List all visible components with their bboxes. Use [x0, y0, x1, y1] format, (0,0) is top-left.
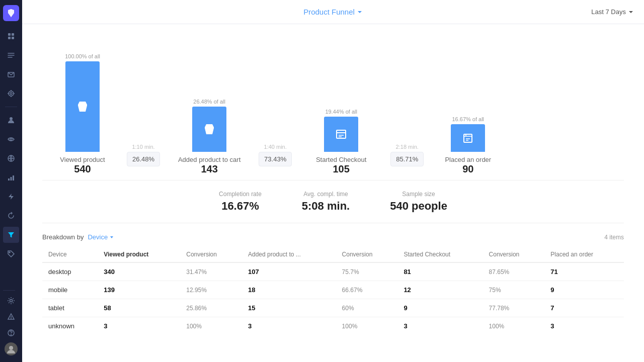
svg-rect-2 — [8, 37, 11, 39]
stat-sample-size: Sample size 540 people — [390, 191, 447, 213]
bar-container-order: 16.67% of all — [451, 116, 485, 152]
cell-added: 3 — [242, 317, 336, 335]
sidebar-icon-help[interactable] — [3, 325, 19, 341]
cell-viewed: 58 — [98, 299, 180, 317]
avg-time-label: Avg. compl. time — [302, 191, 350, 198]
sidebar — [0, 0, 22, 362]
cell-placed: 7 — [544, 299, 624, 317]
sidebar-icon-user-avatar[interactable] — [3, 341, 19, 357]
time-label-3: 2:18 min. — [396, 144, 419, 150]
checkout-pct-label: 19.44% of all — [325, 109, 357, 115]
cell-started: 12 — [397, 281, 482, 299]
cell-viewed: 139 — [98, 281, 180, 299]
sidebar-icon-person[interactable] — [3, 112, 19, 128]
sample-size-value: 540 people — [390, 200, 447, 213]
bar-container-checkout: 19.44% of all — [324, 109, 358, 152]
sample-size-label: Sample size — [390, 191, 447, 198]
cell-placed: 9 — [544, 281, 624, 299]
viewed-pct-label: 100.00% of all — [65, 53, 100, 59]
cell-conv3: 87.65% — [483, 262, 545, 281]
cell-added: 15 — [242, 299, 336, 317]
breakdown-table: Device Viewed product Conversion Added p… — [42, 247, 624, 335]
sidebar-icon-tag[interactable] — [3, 246, 19, 262]
order-pct-label: 16.67% of all — [452, 116, 484, 122]
svg-rect-10 — [8, 178, 10, 180]
svg-rect-12 — [13, 175, 14, 180]
svg-point-19 — [80, 108, 82, 110]
svg-point-20 — [83, 108, 85, 110]
sidebar-divider-2 — [3, 290, 15, 291]
cell-placed: 3 — [544, 317, 624, 335]
breakdown-filter: Breakdown by Device — [42, 233, 114, 241]
cell-conv1: 12.95% — [180, 281, 242, 299]
sidebar-icon-alert[interactable] — [3, 309, 19, 325]
page-title[interactable]: Product Funnel — [303, 8, 363, 16]
sidebar-icon-settings[interactable] — [3, 293, 19, 309]
stat-completion-rate: Completion rate 16.67% — [219, 191, 262, 213]
col-started: Started Checkout — [397, 247, 482, 262]
svg-rect-11 — [11, 177, 12, 180]
cell-conv1: 31.47% — [180, 262, 242, 281]
table-body: desktop 340 31.47% 107 75.7% 81 87.65% 7… — [42, 262, 624, 335]
avg-time-value: 5:08 min. — [302, 200, 350, 213]
table-header-row: Device Viewed product Conversion Added p… — [42, 247, 624, 262]
viewed-step-count: 540 — [74, 163, 91, 175]
col-conv2: Conversion — [336, 247, 398, 262]
header: Product Funnel Last 7 Days — [22, 0, 644, 24]
svg-point-21 — [207, 131, 209, 133]
date-range-label: Last 7 Days — [591, 8, 626, 16]
cell-device: tablet — [42, 299, 98, 317]
main-content: Product Funnel Last 7 Days 100.00% of al… — [22, 0, 644, 362]
sidebar-icon-globe[interactable] — [3, 150, 19, 166]
order-step-count: 90 — [462, 163, 473, 175]
sidebar-icon-home[interactable] — [3, 28, 19, 44]
sidebar-icon-funnel[interactable] — [3, 227, 19, 243]
conversion-badge-2: 1:40 min. 73.43% — [255, 135, 296, 175]
sidebar-icon-eye[interactable] — [3, 131, 19, 147]
funnel-step-viewed: 100.00% of all Viewed product 540 — [42, 53, 123, 175]
cell-conv2: 66.67% — [336, 281, 398, 299]
sidebar-icon-nav[interactable] — [3, 47, 19, 63]
cell-conv3: 75% — [483, 281, 545, 299]
svg-point-22 — [210, 131, 212, 133]
time-label-1: 1:10 min. — [132, 144, 154, 150]
svg-point-5 — [9, 91, 14, 96]
breakdown-header: Breakdown by Device 4 items — [42, 233, 624, 241]
sidebar-icon-chart[interactable] — [3, 169, 19, 186]
cell-started: 9 — [397, 299, 482, 317]
table-row: desktop 340 31.47% 107 75.7% 81 87.65% 7… — [42, 262, 624, 281]
svg-point-18 — [9, 346, 13, 350]
table-row: unknown 3 100% 3 100% 3 100% 3 — [42, 317, 624, 335]
pct-badge-3: 85.71% — [390, 152, 424, 166]
sidebar-icon-lightning[interactable] — [3, 189, 19, 205]
svg-rect-1 — [12, 33, 14, 36]
bar-container-viewed: 100.00% of all — [65, 53, 100, 152]
cell-device: desktop — [42, 262, 98, 281]
content-area: 100.00% of all Viewed product 540 1:10 m… — [22, 24, 644, 362]
col-device: Device — [42, 247, 98, 262]
pct-badge-1: 26.48% — [127, 152, 160, 166]
table-row: mobile 139 12.95% 18 66.67% 12 75% 9 — [42, 281, 624, 299]
bar-container-added: 26.48% of all — [192, 99, 226, 152]
sidebar-icon-mail[interactable] — [3, 66, 19, 82]
cell-conv2: 60% — [336, 299, 398, 317]
completion-rate-label: Completion rate — [219, 191, 262, 198]
stats-row: Completion rate 16.67% Avg. compl. time … — [42, 180, 624, 223]
svg-point-7 — [10, 117, 13, 120]
sidebar-divider-1 — [5, 107, 17, 107]
col-placed: Placed an order — [544, 247, 624, 262]
bar-checkout — [324, 117, 358, 152]
cell-device: unknown — [42, 317, 98, 335]
svg-rect-24 — [464, 134, 472, 142]
sidebar-icon-target[interactable] — [3, 85, 19, 102]
col-conv1: Conversion — [180, 247, 242, 262]
cell-placed: 71 — [544, 262, 624, 281]
bar-added — [192, 107, 226, 152]
added-step-name: Added product to cart — [178, 156, 240, 163]
sidebar-icon-refresh[interactable] — [3, 208, 19, 224]
date-range-selector[interactable]: Last 7 Days — [591, 8, 634, 16]
cell-conv1: 25.86% — [180, 299, 242, 317]
conversion-badge-3: 2:18 min. 85.71% — [386, 135, 428, 175]
breakdown-device-selector[interactable]: Device — [88, 233, 114, 241]
logo[interactable] — [3, 5, 19, 21]
